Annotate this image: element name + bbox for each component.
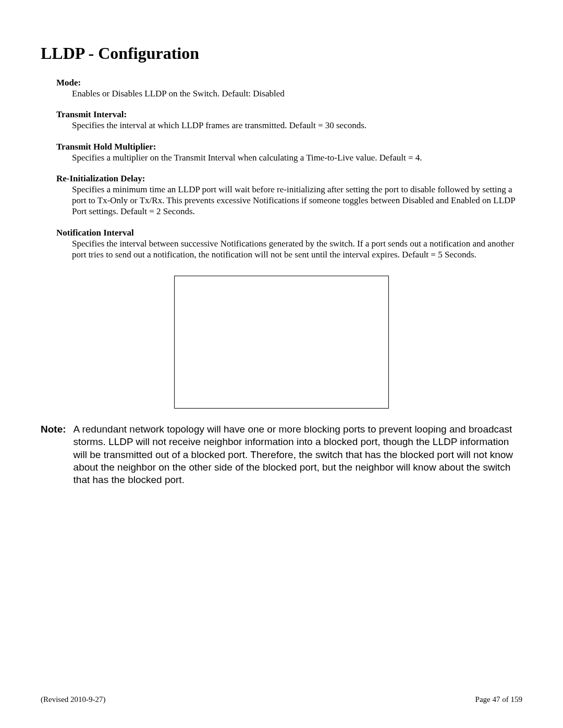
section-transmit-hold-multiplier: Transmit Hold Multiplier: Specifies a mu… — [56, 142, 522, 163]
section-body: Specifies the interval at which LLDP fra… — [72, 120, 522, 131]
note: Note: A redundant network topology will … — [41, 423, 522, 487]
note-label: Note: — [41, 423, 74, 487]
section-notification-interval: Notification Interval Specifies the inte… — [56, 228, 522, 261]
section-body: Enables or Disables LLDP on the Switch. … — [72, 88, 522, 99]
section-label: Notification Interval — [56, 228, 522, 238]
note-body: A redundant network topology will have o… — [74, 423, 522, 487]
footer: (Revised 2010-9-27) Page 47 of 159 — [41, 695, 522, 704]
footer-left: (Revised 2010-9-27) — [41, 695, 106, 704]
figure-placeholder — [174, 276, 389, 409]
page-title: LLDP - Configuration — [41, 44, 522, 63]
section-re-initialization-delay: Re-Initialization Delay: Specifies a min… — [56, 174, 522, 217]
section-body: Specifies the interval between successiv… — [72, 238, 522, 261]
section-label: Mode: — [56, 78, 522, 88]
section-label: Re-Initialization Delay: — [56, 174, 522, 184]
footer-right: Page 47 of 159 — [475, 695, 522, 704]
section-label: Transmit Hold Multiplier: — [56, 142, 522, 152]
section-body: Specifies a multiplier on the Transmit I… — [72, 152, 522, 163]
section-mode: Mode: Enables or Disables LLDP on the Sw… — [56, 78, 522, 99]
section-transmit-interval: Transmit Interval: Specifies the interva… — [56, 109, 522, 131]
section-label: Transmit Interval: — [56, 109, 522, 120]
section-body: Specifies a minimum time an LLDP port wi… — [72, 184, 522, 217]
